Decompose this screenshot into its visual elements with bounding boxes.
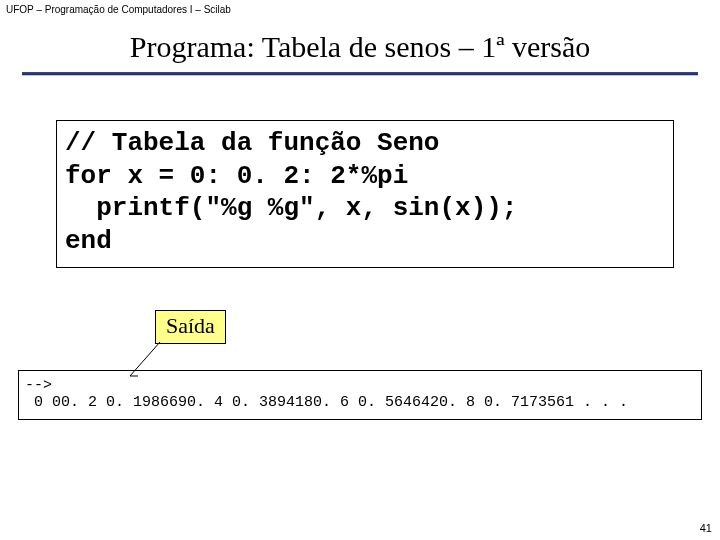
- output-line-1: -->: [25, 377, 52, 394]
- output-line-2: 0 00. 2 0. 1986690. 4 0. 3894180. 6 0. 5…: [25, 394, 628, 411]
- program-output-block: --> 0 00. 2 0. 1986690. 4 0. 3894180. 6 …: [18, 370, 702, 420]
- page-number: 41: [700, 522, 712, 534]
- code-line-1: // Tabela da função Seno: [65, 128, 439, 158]
- title-underline: [22, 72, 698, 76]
- output-label-box: Saída: [155, 310, 226, 344]
- code-block: // Tabela da função Seno for x = 0: 0. 2…: [56, 120, 674, 268]
- slide-title: Programa: Tabela de senos – 1ª versão: [0, 30, 720, 64]
- code-line-3: printf("%g %g", x, sin(x));: [65, 193, 517, 223]
- output-label-text: Saída: [166, 313, 215, 338]
- code-line-2: for x = 0: 0. 2: 2*%pi: [65, 161, 408, 191]
- course-header-label: UFOP – Programação de Computadores I – S…: [6, 4, 231, 15]
- code-line-4: end: [65, 226, 112, 256]
